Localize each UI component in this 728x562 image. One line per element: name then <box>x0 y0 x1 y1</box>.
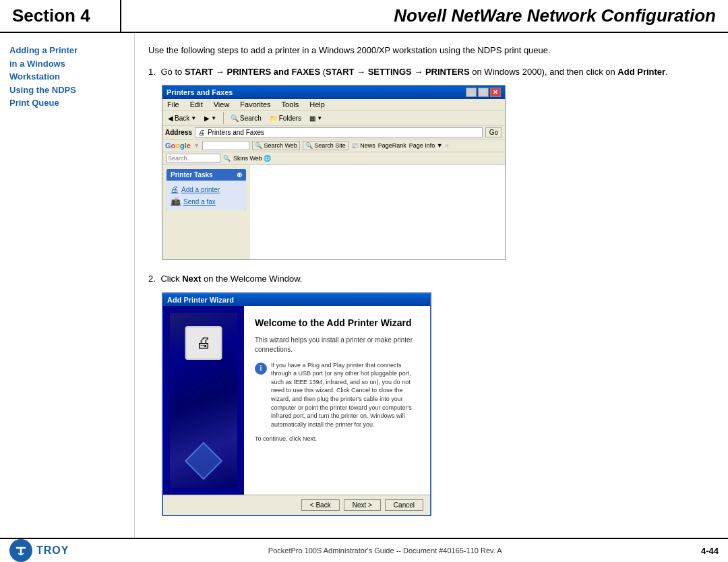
add-printer-label: Add a printer <box>181 186 220 193</box>
view-icon: ▦ <box>309 115 315 122</box>
search-input[interactable] <box>166 154 220 163</box>
footer: TROY PocketPro 100S Administrator's Guid… <box>0 538 728 562</box>
wizard-continue-text: To continue, click Next. <box>255 435 419 442</box>
wizard-title: Add Printer Wizard <box>167 296 234 304</box>
page-info-label: Page Info ▼ <box>409 142 443 149</box>
view-arrow-icon: ▼ <box>317 115 322 121</box>
win-title: Printers and Faxes <box>166 88 233 96</box>
address-input[interactable]: 🖨 Printers and Faxes <box>195 127 483 137</box>
footer-logo: TROY <box>9 539 69 562</box>
search-button[interactable]: 🔍 Search <box>228 113 264 123</box>
wizard-titlebar: Add Printer Wizard <box>163 294 430 306</box>
logo-circle <box>9 539 32 562</box>
news-label: 📰 News <box>351 142 375 149</box>
win-left-panel: Printer Tasks ⊕ 🖨 Add a printer <box>162 165 250 259</box>
folders-icon: 📁 <box>270 115 278 122</box>
header: Section 4 Novell NetWare Network Configu… <box>0 0 728 33</box>
win-titlebar: Printers and Faxes _ □ ✕ <box>162 86 505 99</box>
back-arrow-icon: ▼ <box>191 115 196 121</box>
address-folder-icon: 🖨 <box>198 129 205 136</box>
pagerank-label: PageRank <box>378 142 406 149</box>
maximize-button[interactable]: □ <box>478 88 489 97</box>
wizard-body: 🖨 Welcome to the Add Printer Wizard This… <box>163 306 430 495</box>
menu-favorites[interactable]: Favorites <box>238 100 272 109</box>
google-separator: ▼ <box>193 142 200 149</box>
forward-icon: ▶ <box>204 115 210 122</box>
back-button[interactable]: < Back <box>301 499 340 511</box>
intro-text: Use the following steps to add a printer… <box>148 44 715 57</box>
content-area: Use the following steps to add a printer… <box>135 33 728 538</box>
step-2-number: 2. <box>148 274 156 284</box>
printers-faxes-screenshot: Printers and Faxes _ □ ✕ File Edit View … <box>162 85 506 260</box>
add-printer-task[interactable]: 🖨 Add a printer <box>171 183 242 195</box>
task-panel-title: Printer Tasks <box>171 171 213 179</box>
main-content: Adding a Printerin a WindowsWorkstationU… <box>0 33 728 538</box>
google-more: » <box>446 142 449 149</box>
win-menubar: File Edit View Favorites Tools Help <box>162 99 505 111</box>
wizard-decor <box>185 441 223 480</box>
minimize-button[interactable]: _ <box>466 88 477 97</box>
search-icon: 🔍 <box>231 115 239 122</box>
next-button[interactable]: Next > <box>344 499 381 511</box>
folders-button[interactable]: 📁 Folders <box>267 113 304 123</box>
menu-file[interactable]: File <box>165 100 181 109</box>
send-fax-label: Send a fax <box>183 198 216 206</box>
google-toolbar: Google ▼ 🔍 Search Web 🔍 Search Site 📰 Ne… <box>162 139 505 152</box>
skins-web-label: Skins Web 🌐 <box>233 155 271 162</box>
google-logo: Google <box>165 142 191 150</box>
back-icon: ◀ <box>168 115 173 122</box>
footer-page-number: 4-44 <box>701 546 719 556</box>
view-button[interactable]: ▦ ▼ <box>307 113 325 123</box>
sidebar: Adding a Printerin a WindowsWorkstationU… <box>0 33 135 538</box>
wizard-welcome-title: Welcome to the Add Printer Wizard <box>255 317 419 329</box>
wizard-footer: < Back Next > Cancel <box>163 495 430 515</box>
task-panel-body: 🖨 Add a printer 📠 Send a fax <box>166 181 246 210</box>
wizard-description: This wizard helps you install a printer … <box>255 336 419 354</box>
search-magnify-icon: 🔍 <box>223 155 231 162</box>
printer-icon: 🖨 <box>171 185 179 194</box>
menu-edit[interactable]: Edit <box>188 100 205 109</box>
google-search-input[interactable] <box>202 141 249 150</box>
wizard-graphic-panel: 🖨 <box>163 306 244 495</box>
step-1-number: 1. <box>148 67 156 77</box>
toolbar-separator <box>223 112 224 124</box>
win-main-area <box>250 165 505 259</box>
wizard-background-graphic: 🖨 <box>170 313 237 488</box>
close-button[interactable]: ✕ <box>490 88 501 97</box>
sidebar-title: Adding a Printerin a WindowsWorkstationU… <box>9 44 125 110</box>
win-body: Printer Tasks ⊕ 🖨 Add a printer <box>162 165 505 259</box>
section-label: Section 4 <box>0 0 121 32</box>
footer-doc-text: PocketPro 100S Administrator's Guide -- … <box>69 547 701 555</box>
search-site-button[interactable]: 🔍 Search Site <box>303 141 348 150</box>
step-2-text: 2. Click Next on the Welcome Window. <box>148 272 715 286</box>
forward-button[interactable]: ▶ ▼ <box>202 113 219 123</box>
menu-tools[interactable]: Tools <box>280 100 301 109</box>
go-button[interactable]: Go <box>485 127 502 137</box>
win-address-bar: Address 🖨 Printers and Faxes Go <box>162 126 505 139</box>
win-titlebar-buttons: _ □ ✕ <box>466 88 501 97</box>
info-icon: i <box>255 363 267 375</box>
wizard-right-panel: Welcome to the Add Printer Wizard This w… <box>244 306 430 495</box>
win-toolbar: ◀ Back ▼ ▶ ▼ 🔍 Search <box>162 111 505 126</box>
forward-arrow-icon: ▼ <box>211 115 216 121</box>
wizard-printer-graphic: 🖨 <box>185 326 222 360</box>
menu-help[interactable]: Help <box>307 100 327 109</box>
search-web-button[interactable]: 🔍 Search Web <box>252 141 300 150</box>
menu-view[interactable]: View <box>212 100 232 109</box>
address-value: Printers and Faxes <box>208 129 264 136</box>
send-fax-task[interactable]: 📠 Send a fax <box>171 195 242 208</box>
logo-text: TROY <box>36 544 69 557</box>
page-title: Novell NetWare Network Configuration <box>121 0 728 32</box>
troy-logo-icon <box>13 543 28 558</box>
wizard-screenshot: Add Printer Wizard 🖨 <box>162 292 431 516</box>
task-panel-header: Printer Tasks ⊕ <box>166 169 246 181</box>
fax-icon: 📠 <box>171 197 181 206</box>
wizard-info-box: i If you have a Plug and Play printer th… <box>255 361 419 429</box>
address-label: Address <box>165 129 192 136</box>
wizard-info-text: If you have a Plug and Play printer that… <box>271 361 419 429</box>
step-2: 2. Click Next on the Welcome Window. Add… <box>148 272 715 516</box>
back-button[interactable]: ◀ Back ▼ <box>165 113 199 123</box>
step-1-text: 1. Go to START → PRINTERS and FAXES (STA… <box>148 65 715 79</box>
cancel-button[interactable]: Cancel <box>385 499 423 511</box>
task-panel-collapse-icon[interactable]: ⊕ <box>237 171 242 179</box>
